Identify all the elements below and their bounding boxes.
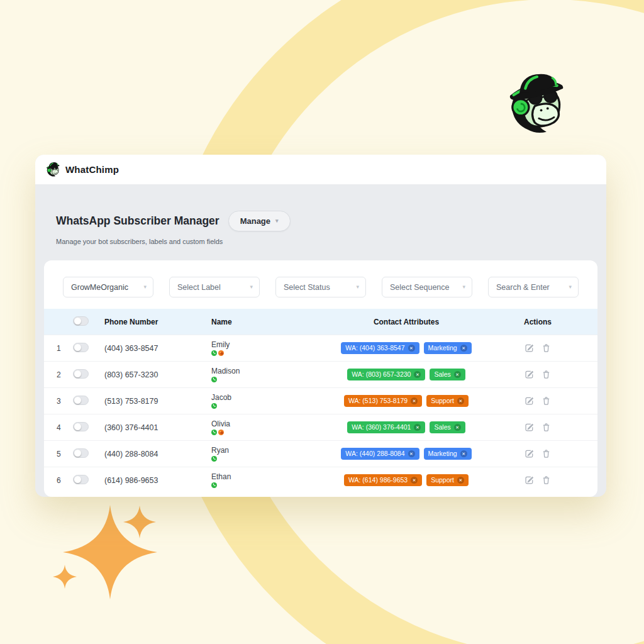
delete-icon[interactable] [541,370,551,379]
monkey-logo-icon [45,161,62,178]
badge-label: Marketing [428,345,457,352]
edit-icon[interactable] [525,423,534,432]
filter-value: Select Label [177,283,221,292]
whatsapp-channel-icon [211,403,217,409]
brand-logo: WhatChimp [45,161,119,178]
toggle-knob [74,397,81,404]
toggle-knob [74,318,81,325]
chevron-down-icon: ▾ [356,284,359,290]
filter-value: Select Sequence [390,283,450,292]
badge-remove-icon[interactable]: ✕ [457,477,464,484]
header-actions: Actions [491,318,585,326]
badge-remove-icon[interactable]: ✕ [408,450,415,457]
badge-remove-icon[interactable]: ✕ [457,397,464,404]
attribute-badge: WA: (404) 363-8547 ✕ [341,342,419,354]
row-index: 6 [57,476,73,485]
table-row: 4 (360) 376-4401 Olivia WA: (360) 376-44… [44,414,597,440]
whatsapp-channel-icon [211,482,217,488]
badge-remove-icon[interactable]: ✕ [460,450,467,457]
row-toggle[interactable] [73,343,89,352]
filter-sequence-select[interactable]: Select Sequence ▾ [382,277,472,297]
filter-status-select[interactable]: Select Status ▾ [275,277,366,297]
filter-label-select[interactable]: Select Label ▾ [169,277,260,297]
badge-remove-icon[interactable]: ✕ [411,477,418,484]
edit-icon[interactable] [525,475,534,485]
row-name-cell: Jacob [211,393,322,409]
delete-icon[interactable] [541,343,551,353]
delete-icon[interactable] [541,423,551,432]
badge-label: Support [431,397,454,404]
row-actions-cell [491,475,585,485]
page-heading-section: WhatsApp Subscriber Manager Manage ▾ Man… [35,184,606,245]
attribute-badge: WA: (360) 376-4401 ✕ [347,421,425,433]
row-name-cell: Ethan [211,472,322,488]
row-channel-icons [211,430,322,435]
table-header: Phone Number Name Contact Attributes Act… [44,309,597,335]
badge-remove-icon[interactable]: ✕ [454,371,461,378]
brand-name: WhatChimp [65,164,119,175]
row-attributes-cell: WA: (360) 376-4401 ✕ Sales ✕ [322,421,491,433]
header-name: Name [211,318,322,326]
badge-label: WA: (404) 363-8547 [345,345,404,352]
row-channel-icons [211,456,322,462]
row-attributes-cell: WA: (614) 986-9653 ✕ Support ✕ [322,474,491,486]
attribute-badge: WA: (513) 753-8179 ✕ [344,395,422,407]
badge-remove-icon[interactable]: ✕ [411,397,418,404]
row-toggle[interactable] [73,422,89,431]
badge-remove-icon[interactable]: ✕ [414,371,421,378]
search-input[interactable]: Search & Enter ▾ [488,277,579,297]
row-toggle[interactable] [73,475,89,484]
row-name: Emily [211,340,322,349]
toggle-knob [74,344,81,351]
row-phone: (404) 363-8547 [104,344,211,353]
attribute-badge: Support ✕ [426,474,469,486]
row-select-cell [73,475,104,486]
badge-label: WA: (513) 753-8179 [348,397,408,404]
badge-label: WA: (360) 376-4401 [352,424,411,431]
select-all-toggle[interactable] [73,316,89,326]
row-name: Madison [211,367,322,375]
row-index: 5 [57,450,73,458]
filter-value: GrowMeOrganic [71,283,128,292]
delete-icon[interactable] [541,449,551,458]
edit-icon[interactable] [525,449,534,458]
chevron-down-icon: ▾ [143,284,147,290]
row-toggle[interactable] [73,448,89,458]
whatsapp-channel-icon [211,377,217,382]
badge-remove-icon[interactable]: ✕ [414,424,421,431]
table-row: 2 (803) 657-3230 Madison WA: (803) 657-3… [44,361,597,387]
manage-button[interactable]: Manage ▾ [228,211,291,231]
toggle-knob [74,423,81,430]
delete-icon[interactable] [541,396,551,406]
row-channel-icons [211,350,322,356]
edit-icon[interactable] [525,396,534,406]
badge-label: Support [431,477,454,484]
row-phone: (513) 753-8179 [104,397,211,406]
row-attributes-cell: WA: (803) 657-3230 ✕ Sales ✕ [322,369,491,380]
filter-bot-select[interactable]: GrowMeOrganic ▾ [63,277,153,297]
row-name: Jacob [211,393,322,402]
badge-remove-icon[interactable]: ✕ [408,345,415,352]
monkey-mascot-icon [502,67,572,141]
row-channel-icons [211,482,322,488]
attribute-badge: Support ✕ [426,395,469,407]
row-toggle[interactable] [73,369,89,379]
app-header: WhatChimp [35,155,606,184]
row-name: Ryan [211,446,322,455]
attribute-badge: Sales ✕ [430,369,465,380]
badge-remove-icon[interactable]: ✕ [454,424,461,431]
toggle-knob [74,476,81,483]
whatsapp-channel-icon [211,456,217,462]
row-toggle[interactable] [73,396,89,405]
row-actions-cell [491,449,585,458]
table-body: 1 (404) 363-8547 Emily WA: (404) 363-854… [44,335,597,497]
badge-remove-icon[interactable]: ✕ [460,345,467,352]
orange-channel-icon [218,350,224,356]
edit-icon[interactable] [525,343,534,353]
attribute-badge: WA: (803) 657-3230 ✕ [347,369,425,380]
row-actions-cell [491,423,585,432]
edit-icon[interactable] [525,370,534,379]
row-name-cell: Madison [211,367,322,382]
page-subtitle: Manage your bot subscribers, labels and … [56,238,606,245]
delete-icon[interactable] [541,475,551,485]
